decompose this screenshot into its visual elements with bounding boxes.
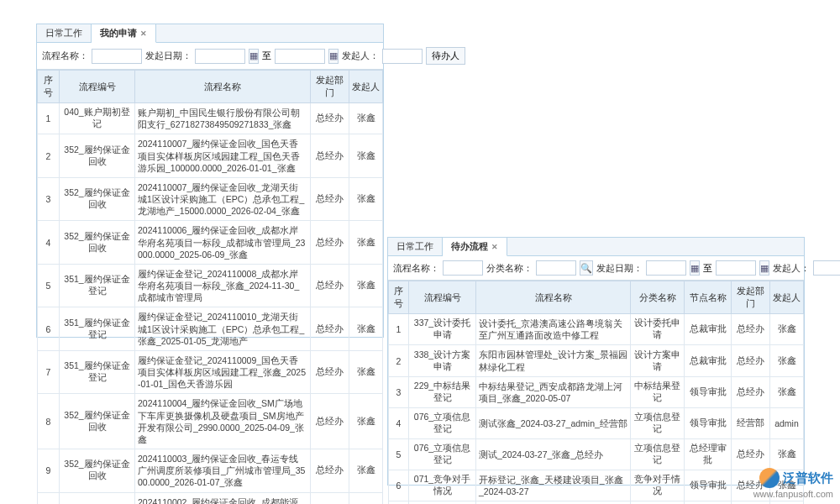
table-row[interactable]: 4076_立项信息登记测试张鑫_2024-03-27_admin_经营部立项信息… <box>389 408 804 439</box>
cell-dept: 总经办 <box>732 439 770 470</box>
col-dept[interactable]: 发起部门 <box>732 281 770 314</box>
col-flow-name[interactable]: 流程名称 <box>135 71 311 103</box>
start-date-to-input[interactable] <box>275 49 325 64</box>
cell-dept: 总经办 <box>732 314 770 345</box>
col-flow-name[interactable]: 流程名称 <box>476 281 631 314</box>
date-to-label: 至 <box>703 262 712 275</box>
filter-bar-left: 流程名称： 发起日期： ▦ 至 ▦ 发起人： 待办人 <box>37 43 383 70</box>
table-row[interactable]: 5076_立项信息登记测试_2024-03-27_张鑫_总经办立项信息登记总经理… <box>389 439 804 470</box>
table-row[interactable]: 4352_履约保证金回收2024110006_履约保证金回收_成都水岸华府名苑项… <box>38 221 383 265</box>
table-row[interactable]: 3352_履约保证金回收2024110007_履约保证金回收_龙湖天街城1区设计… <box>38 177 383 221</box>
cell-init: 张鑫 <box>349 492 383 504</box>
cell-dept: 经营部 <box>732 408 770 439</box>
col-idx[interactable]: 序号 <box>38 71 60 103</box>
cell-init: 张鑫 <box>349 103 383 134</box>
calendar-icon[interactable]: ▦ <box>249 49 259 64</box>
initiator-input[interactable] <box>382 49 423 64</box>
table-row[interactable]: 3229_中标结果登记中标结果登记_西安成都路龙湖上河项目_张鑫_2020-05… <box>389 376 804 407</box>
cell-name: 2024110002_履约保证金回收_成都能源建设集团投资有限公司临时办公场所装… <box>135 492 311 504</box>
table-row[interactable]: 6351_履约保证金登记履约保证金登记_2024110010_龙湖天街城1区设计… <box>38 307 383 351</box>
table-row[interactable]: 8352_履约保证金回收2024110004_履约保证金回收_SM广场地下车库更… <box>38 394 383 449</box>
tab-daily-work[interactable]: 日常工作 <box>388 238 443 255</box>
cell-dept: 总经办 <box>311 103 349 134</box>
cell-name: 账户期初_中国民生银行股份有限公司朝阳支行_627182738495092718… <box>135 103 311 134</box>
filter-bar-right: 流程名称： 分类名称： 🔍 发起日期： ▦ 至 ▦ 发起人： <box>388 256 804 281</box>
cell-idx: 1 <box>38 103 60 134</box>
search-icon[interactable]: 🔍 <box>580 260 593 276</box>
table-row[interactable]: 10352_履约保证金回收2024110002_履约保证金回收_成都能源建设集团… <box>38 492 383 504</box>
cell-name: 履约保证金登记_2024110008_成都水岸华府名苑项目一标段_张鑫_2024… <box>135 264 311 307</box>
start-date-from-input[interactable] <box>646 260 686 276</box>
cell-dept: 总经办 <box>311 134 349 178</box>
table-row[interactable]: 6071_竞争对手情况开标登记_张鑫_天楼建设项目_张鑫_2024-03-27竞… <box>389 470 804 501</box>
cell-name: 2024110007_履约保证金回收_国色天香项目实体样板房区域园建工程_国色天… <box>135 134 311 178</box>
cell-dept: 总经办 <box>311 264 349 307</box>
calendar-icon[interactable]: ▦ <box>759 260 769 276</box>
table-row[interactable]: 2338_设计方案申请东阳市园林管理处_设计方案_景福园林绿化工程设计方案申请总… <box>389 345 804 376</box>
cell-dept: 总经办 <box>311 177 349 221</box>
cell-name: 2024110006_履约保证金回收_成都水岸华府名苑项目一标段_成都城市管理局… <box>135 221 311 265</box>
cell-idx: 6 <box>389 470 409 501</box>
start-date-to-input[interactable] <box>716 260 756 276</box>
pending-button[interactable]: 待办人 <box>426 47 465 65</box>
cell-no: 352_履约保证金回收 <box>60 221 135 265</box>
table-row[interactable]: 2352_履约保证金回收2024110007_履约保证金回收_国色天香项目实体样… <box>38 134 383 178</box>
cell-name: 开标登记_张鑫_天楼建设项目_张鑫_2024-03-27 <box>476 470 631 501</box>
cell-init: 张鑫 <box>770 345 804 376</box>
cell-no: 351_履约保证金登记 <box>60 350 135 394</box>
logo-icon <box>759 468 780 488</box>
col-category[interactable]: 分类名称 <box>631 281 685 314</box>
col-flow-no[interactable]: 流程编号 <box>409 281 476 314</box>
category-label: 分类名称： <box>486 262 533 275</box>
cell-dept: 总经办 <box>311 221 349 265</box>
table-wrap-left: 序号 流程编号 流程名称 发起部门 发起人 1040_账户期初登记账户期初_中国… <box>37 70 383 504</box>
start-date-label: 发起日期： <box>145 50 192 62</box>
panel-pending-flows: 日常工作 待办流程✕ 流程名称： 分类名称： 🔍 发起日期： ▦ 至 ▦ 发起人… <box>387 237 805 486</box>
table-row[interactable]: 1337_设计委托申请设计委托_京港澳高速公路粤境翁关至广州互通路面改造中修工程… <box>389 314 804 345</box>
table-row[interactable]: 5351_履约保证金登记履约保证金登记_2024110008_成都水岸华府名苑项… <box>38 264 383 307</box>
cell-init: 张鑫 <box>770 314 804 345</box>
col-initiator[interactable]: 发起人 <box>770 281 804 314</box>
cell-init: 张鑫 <box>349 350 383 394</box>
table-row[interactable]: 1040_账户期初登记账户期初_中国民生银行股份有限公司朝阳支行_6271827… <box>38 103 383 134</box>
cell-idx: 7 <box>38 350 60 394</box>
cell-init: 张鑫 <box>349 307 383 351</box>
tab-pending-flows[interactable]: 待办流程✕ <box>443 238 507 256</box>
flow-name-input[interactable] <box>92 49 142 64</box>
cell-idx: 3 <box>38 177 60 221</box>
close-icon[interactable]: ✕ <box>491 243 498 251</box>
table-header-row: 序号 流程编号 流程名称 发起部门 发起人 <box>38 71 383 103</box>
cell-dept: 总经办 <box>311 350 349 394</box>
cell-no: 351_履约保证金登记 <box>60 307 135 351</box>
cell-init: 张鑫 <box>349 394 383 449</box>
cell-idx: 4 <box>38 221 60 265</box>
tabs-left: 日常工作 我的申请✕ <box>37 24 383 43</box>
cell-name: 履约保证金登记_2024110010_龙湖天街城1区设计采购施工（EPC）总承包… <box>135 307 311 351</box>
flow-name-input[interactable] <box>443 260 483 276</box>
tab-my-applications[interactable]: 我的申请✕ <box>92 24 156 43</box>
initiator-input[interactable] <box>813 260 840 276</box>
brand-logo: 泛普软件 www.fanpusoft.com <box>753 468 833 499</box>
col-node[interactable]: 节点名称 <box>685 281 732 314</box>
cell-no: 352_履约保证金回收 <box>60 449 135 493</box>
calendar-icon[interactable]: ▦ <box>690 260 700 276</box>
start-date-from-input[interactable] <box>195 49 245 64</box>
cell-name: 2024110004_履约保证金回收_SM广场地下车库更换摄像机及硬盘项目_SM… <box>135 394 311 449</box>
cell-no: 076_立项信息登记 <box>409 439 476 470</box>
col-idx[interactable]: 序号 <box>389 281 409 314</box>
initiator-label: 发起人： <box>342 50 379 62</box>
cell-name: 设计委托_京港澳高速公路粤境翁关至广州互通路面改造中修工程 <box>476 314 631 345</box>
close-icon[interactable]: ✕ <box>140 29 147 38</box>
col-flow-no[interactable]: 流程编号 <box>60 71 135 103</box>
tab-daily-work[interactable]: 日常工作 <box>37 24 92 42</box>
table-row[interactable]: 9352_履约保证金回收2024110003_履约保证金回收_春运专线广州调度所… <box>38 449 383 493</box>
table-row[interactable]: 7351_履约保证金登记履约保证金登记_2024110009_国色天香项目实体样… <box>38 350 383 394</box>
col-dept[interactable]: 发起部门 <box>311 71 349 103</box>
cell-idx: 8 <box>38 394 60 449</box>
cell-init: 张鑫 <box>349 221 383 265</box>
tab-label: 我的申请 <box>100 28 137 38</box>
cell-init: 张鑫 <box>349 449 383 493</box>
col-initiator[interactable]: 发起人 <box>349 71 383 103</box>
calendar-icon[interactable]: ▦ <box>328 49 339 64</box>
category-input[interactable] <box>536 260 576 276</box>
